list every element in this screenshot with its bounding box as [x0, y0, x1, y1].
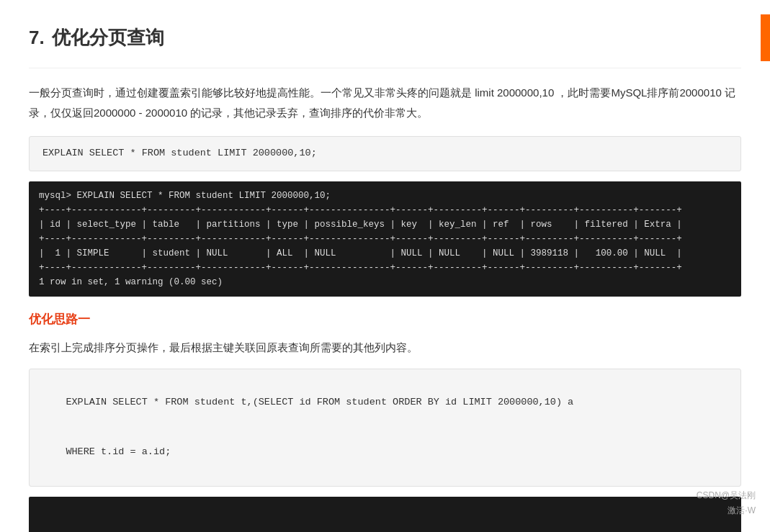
title-text: 优化分页查询	[52, 22, 164, 53]
page-title: 7. 优化分页查询	[29, 22, 741, 53]
terminal-output-2: mysql> EXPLAIN SELECT * FROM student t,(…	[29, 497, 741, 532]
sql-code-block-2: EXPLAIN SELECT * FROM student t,(SELECT …	[29, 369, 741, 487]
section-heading-1: 优化思路一	[29, 310, 741, 330]
sql-code-block-1: EXPLAIN SELECT * FROM student LIMIT 2000…	[29, 136, 741, 171]
title-number: 7.	[29, 22, 45, 53]
terminal-output-1: mysql> EXPLAIN SELECT * FROM student LIM…	[29, 181, 741, 297]
watermark: CSDN@吴法刚 激活·W	[697, 488, 756, 518]
section1-description: 在索引上完成排序分页操作，最后根据主键关联回原表查询所需要的其他列内容。	[29, 338, 741, 358]
description-text: 一般分页查询时，通过创建覆盖索引能够比较好地提高性能。一个常见又非常头疼的问题就…	[29, 83, 741, 123]
divider	[29, 68, 741, 68]
orange-accent-bar	[761, 14, 770, 61]
